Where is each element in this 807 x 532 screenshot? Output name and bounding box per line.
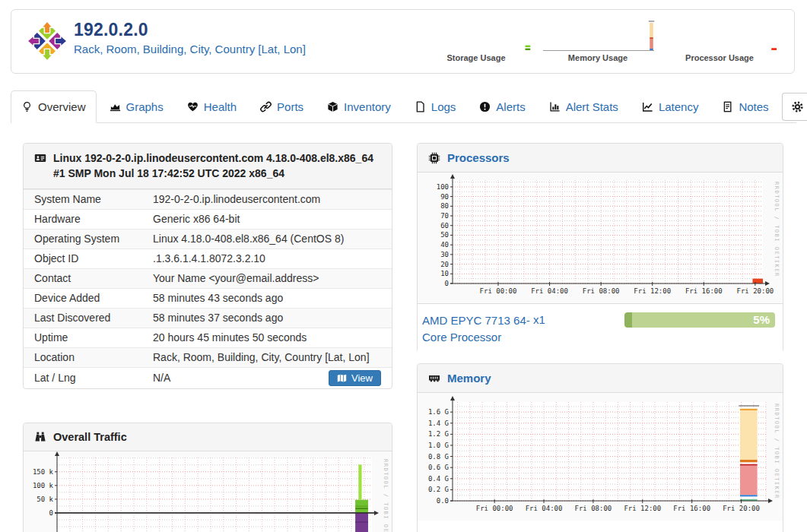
view-map-button[interactable]: View bbox=[329, 370, 381, 386]
cpu-count: x1 bbox=[533, 313, 573, 326]
gear-icon bbox=[791, 100, 804, 113]
table-row: Operating SystemLinux 4.18.0-408.el8.x86… bbox=[24, 229, 392, 249]
svg-text:100: 100 bbox=[437, 183, 449, 191]
processors-header: Processors bbox=[418, 144, 783, 173]
overall-traffic-card: Overall Traffic 050 k100 k150 kRRDTOOL /… bbox=[23, 423, 392, 532]
svg-text:RRDTOOL / TOBI OETIKER: RRDTOOL / TOBI OETIKER bbox=[774, 404, 780, 499]
tab-alert-stats[interactable]: Alert Stats bbox=[539, 90, 629, 122]
cpu-usage-percent: 5% bbox=[753, 312, 770, 328]
svg-text:1.2 G: 1.2 G bbox=[428, 430, 449, 438]
tab-label: Graphs bbox=[126, 100, 164, 113]
memory-header: Memory bbox=[418, 364, 783, 393]
table-row: HardwareGeneric x86 64-bit bbox=[24, 209, 392, 229]
svg-text:20: 20 bbox=[440, 261, 449, 268]
processors-card: Processors 0102030405060708090100Fri 00:… bbox=[417, 143, 783, 353]
tab-label: Alert Stats bbox=[566, 100, 618, 113]
processors-graph[interactable]: 0102030405060708090100Fri 00:00Fri 04:00… bbox=[418, 173, 783, 303]
mini-graph-processor[interactable]: Processor Usage bbox=[659, 19, 780, 62]
tab-label: Health bbox=[204, 100, 237, 113]
device-header-card: 192.0.2.0 Rack, Room, Building, City, Co… bbox=[11, 9, 795, 74]
svg-text:Fri 12:00: Fri 12:00 bbox=[634, 287, 671, 295]
tab-logs[interactable]: Logs bbox=[404, 90, 467, 122]
svg-text:150 k: 150 k bbox=[33, 468, 54, 476]
tab-label: Logs bbox=[431, 100, 456, 113]
svg-text:Fri 16:00: Fri 16:00 bbox=[685, 287, 723, 295]
table-row: Uptime20 hours 45 minutes 50 seconds bbox=[24, 328, 392, 347]
map-icon bbox=[337, 373, 347, 383]
device-info-table: System Name192-0-2-0.ip.linodeuserconten… bbox=[24, 189, 392, 388]
svg-text:Fri 08:00: Fri 08:00 bbox=[583, 287, 620, 295]
tab-health[interactable]: Health bbox=[176, 90, 247, 122]
overall-traffic-graph[interactable]: 050 k100 k150 kRRDTOOL / TOBI OETIKER bbox=[24, 451, 392, 532]
table-row: Last Discovered58 minutes 37 seconds ago bbox=[24, 308, 392, 328]
svg-text:Fri 20:00: Fri 20:00 bbox=[736, 287, 774, 295]
settings-button[interactable] bbox=[782, 93, 807, 121]
exclamation-circle-icon bbox=[479, 101, 491, 112]
tab-label: Notes bbox=[739, 100, 768, 113]
tab-label: Overview bbox=[38, 100, 86, 113]
device-info-header: Linux 192-0-2-0.ip.linodeusercontent.com… bbox=[24, 144, 392, 189]
memory-usage-label: Memory Usage bbox=[568, 53, 627, 62]
svg-text:RRDTOOL / TOBI OETIKER: RRDTOOL / TOBI OETIKER bbox=[383, 459, 389, 532]
svg-text:1.6 G: 1.6 G bbox=[428, 408, 449, 416]
storage-usage-label: Storage Usage bbox=[446, 53, 505, 62]
processors-title: Processors bbox=[447, 151, 510, 164]
overall-traffic-header: Overall Traffic bbox=[24, 423, 392, 451]
file-icon bbox=[415, 101, 426, 112]
svg-text:70: 70 bbox=[440, 212, 449, 220]
svg-text:0.6 G: 0.6 G bbox=[428, 464, 449, 471]
header-mini-graphs: Storage Usage Memory Usage Processor Usa… bbox=[415, 19, 780, 62]
mini-graph-storage[interactable]: Storage Usage bbox=[415, 19, 537, 62]
svg-text:10: 10 bbox=[440, 270, 449, 277]
tab-overview[interactable]: Overview bbox=[11, 90, 97, 123]
device-os-string: Linux 192-0-2-0.ip.linodeusercontent.com… bbox=[53, 150, 381, 182]
device-location-link[interactable]: Rack, Room, Building, City, Country [Lat… bbox=[74, 43, 306, 55]
processor-usage-sparkline bbox=[662, 19, 777, 52]
tab-label: Alerts bbox=[496, 100, 525, 113]
table-row: Device Added58 minutes 43 seconds ago bbox=[24, 288, 392, 308]
svg-text:Fri 16:00: Fri 16:00 bbox=[673, 505, 710, 512]
device-info-card: Linux 192-0-2-0.ip.linodeusercontent.com… bbox=[23, 143, 392, 389]
tab-inventory[interactable]: Inventory bbox=[316, 90, 402, 122]
tab-ports[interactable]: Ports bbox=[249, 90, 314, 122]
svg-text:Fri 04:00: Fri 04:00 bbox=[531, 287, 568, 295]
svg-text:0.4 G: 0.4 G bbox=[428, 475, 449, 483]
bar-chart-icon bbox=[549, 101, 561, 112]
mini-graph-memory[interactable]: Memory Usage bbox=[537, 19, 659, 62]
svg-text:Fri 20:00: Fri 20:00 bbox=[723, 505, 760, 512]
table-row: Object ID.1.3.6.1.4.1.8072.3.2.10 bbox=[24, 249, 392, 268]
memory-title: Memory bbox=[447, 372, 491, 385]
memory-card: Memory 0.00.2 G0.4 G0.6 G0.8 G1.0 G1.2 G… bbox=[417, 363, 783, 532]
table-row: Lat / Lng N/A View bbox=[24, 367, 392, 388]
svg-text:90: 90 bbox=[440, 193, 449, 201]
cube-icon bbox=[327, 101, 338, 112]
link-icon bbox=[260, 101, 272, 112]
microchip-icon bbox=[428, 152, 440, 164]
line-chart-icon bbox=[642, 101, 653, 112]
svg-text:Fri 00:00: Fri 00:00 bbox=[480, 287, 517, 295]
tab-label: Ports bbox=[277, 100, 303, 113]
memory-chip-icon bbox=[428, 372, 440, 385]
storage-usage-sparkline bbox=[419, 19, 533, 52]
svg-text:1.4 G: 1.4 G bbox=[428, 420, 449, 427]
cpu-name-link[interactable]: AMD EPYC 7713 64-Core Processor bbox=[422, 312, 533, 346]
tab-notes[interactable]: Notes bbox=[711, 90, 779, 122]
svg-text:0.0: 0.0 bbox=[437, 497, 449, 505]
svg-text:80: 80 bbox=[440, 202, 449, 210]
heartbeat-icon bbox=[187, 101, 199, 112]
svg-text:30: 30 bbox=[440, 251, 449, 258]
tab-alerts[interactable]: Alerts bbox=[469, 90, 535, 122]
device-tab-bar: Overview Graphs Health Ports bbox=[11, 90, 796, 123]
svg-text:Fri 12:00: Fri 12:00 bbox=[624, 505, 661, 512]
cpu-row: AMD EPYC 7713 64-Core Processor x1 5% bbox=[418, 303, 783, 355]
svg-text:100 k: 100 k bbox=[33, 482, 54, 489]
centos-logo bbox=[27, 19, 68, 66]
svg-text:60: 60 bbox=[440, 222, 449, 230]
memory-graph[interactable]: 0.00.2 G0.4 G0.6 G0.8 G1.0 G1.2 G1.4 G1.… bbox=[418, 393, 783, 521]
tab-latency[interactable]: Latency bbox=[631, 90, 710, 122]
tab-graphs[interactable]: Graphs bbox=[99, 90, 174, 122]
lightbulb-icon bbox=[21, 101, 33, 112]
address-card-icon bbox=[34, 152, 46, 164]
note-icon bbox=[722, 101, 733, 112]
cpu-usage-bar: 5% bbox=[624, 312, 775, 328]
